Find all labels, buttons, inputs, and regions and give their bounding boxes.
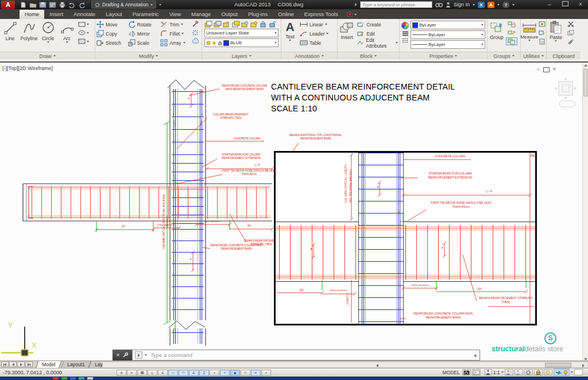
leader-button[interactable]: Leader bbox=[300, 29, 328, 38]
lineweight-display-toggle[interactable]: + bbox=[220, 370, 230, 376]
scroll-up-icon[interactable] bbox=[584, 64, 587, 67]
panel-block-footer[interactable]: Block bbox=[338, 52, 399, 60]
cut-button[interactable] bbox=[565, 20, 577, 28]
next-tab-button[interactable] bbox=[17, 362, 25, 367]
table-button[interactable]: Table bbox=[300, 38, 328, 47]
annotation-scale-value[interactable]: 1:1 bbox=[493, 370, 500, 375]
close-button[interactable]: × bbox=[574, 1, 587, 8]
annotation-scale-dropdown-icon[interactable] bbox=[501, 371, 504, 373]
qat-dropdown-icon[interactable] bbox=[159, 4, 161, 6]
command-dropdown-icon[interactable] bbox=[145, 354, 147, 356]
leader-dropdown-icon[interactable] bbox=[326, 33, 328, 34]
model-space-icon[interactable] bbox=[462, 369, 471, 375]
selection-cycling-toggle[interactable]: ≡ bbox=[251, 370, 261, 376]
hatch-dropdown-icon[interactable] bbox=[87, 41, 89, 42]
new-file-icon[interactable] bbox=[20, 2, 27, 8]
text-dropdown-icon[interactable] bbox=[289, 40, 291, 41]
search-input[interactable] bbox=[360, 1, 432, 8]
tab-output[interactable]: Output bbox=[216, 10, 243, 19]
recent-commands-icon[interactable] bbox=[135, 351, 142, 359]
undo-icon[interactable] bbox=[68, 2, 76, 8]
record-icon[interactable] bbox=[347, 11, 353, 17]
tab-layout[interactable]: Layout bbox=[100, 10, 127, 19]
lineweight-icon[interactable] bbox=[402, 31, 409, 36]
layer-dropdown[interactable]: BLUE bbox=[204, 38, 278, 47]
scroll-right-icon[interactable] bbox=[580, 363, 586, 367]
ucs-icon[interactable]: Y X bbox=[0, 321, 46, 361]
dynamic-ucs-toggle[interactable]: Z bbox=[199, 370, 209, 376]
autodesk-exchange-icon[interactable]: X bbox=[478, 2, 485, 8]
circle-dropdown-icon[interactable] bbox=[47, 41, 49, 43]
scroll-left-icon[interactable] bbox=[374, 363, 380, 367]
viewport-close-icon[interactable]: × bbox=[553, 66, 556, 72]
status-more-icon[interactable]: .. bbox=[584, 370, 586, 375]
lineweight-dropdown[interactable]: ByLayer bbox=[411, 30, 485, 39]
color-wheel-icon[interactable] bbox=[401, 22, 409, 29]
navigation-bar[interactable] bbox=[559, 100, 575, 107]
drawing-canvas[interactable]: [-][Top][2D Wireframe] bbox=[0, 61, 588, 360]
trim-button[interactable]: Trim bbox=[160, 20, 188, 29]
grid-display-toggle[interactable]: ▦ bbox=[137, 370, 147, 376]
copy-button[interactable]: Copy bbox=[96, 29, 126, 38]
snap-mode-toggle[interactable]: ≡ bbox=[127, 370, 137, 376]
linetype-icon[interactable] bbox=[402, 38, 409, 43]
layer-state-dropdown[interactable]: Unsaved Layer State bbox=[204, 29, 278, 37]
layer-bulb-icon[interactable] bbox=[206, 41, 211, 45]
rotate-button[interactable]: Rotate bbox=[128, 20, 158, 29]
autoscale-icon[interactable] bbox=[514, 369, 523, 375]
search-binoculars-icon[interactable] bbox=[435, 2, 443, 7]
tab-manage[interactable]: Manage bbox=[186, 10, 216, 19]
first-tab-button[interactable] bbox=[1, 362, 9, 367]
paste-button[interactable]: Paste bbox=[548, 20, 564, 52]
ortho-mode-toggle[interactable]: L bbox=[148, 370, 157, 376]
rectangle-dropdown-icon[interactable] bbox=[87, 24, 89, 25]
taskbar-icon[interactable] bbox=[87, 377, 93, 379]
taskbar-icon[interactable] bbox=[53, 377, 59, 379]
tab-express-tools[interactable]: Express Tools bbox=[299, 10, 343, 19]
customize-wrench-icon[interactable] bbox=[122, 352, 128, 358]
tray-bulb-icon[interactable] bbox=[563, 367, 568, 378]
prev-tab-button[interactable] bbox=[9, 362, 17, 367]
paste-dropdown-icon[interactable] bbox=[555, 40, 557, 42]
polar-tracking-toggle[interactable]: ∠ bbox=[158, 370, 168, 376]
layer-lock-icon[interactable] bbox=[260, 21, 268, 28]
view-cube[interactable] bbox=[554, 76, 578, 100]
group-button[interactable]: Group bbox=[489, 20, 505, 52]
explode-button[interactable] bbox=[191, 29, 200, 37]
array-button[interactable]: Array bbox=[160, 38, 188, 47]
redo-icon[interactable] bbox=[78, 2, 86, 8]
linear-button[interactable]: Linear bbox=[300, 20, 328, 29]
idpoint-button[interactable] bbox=[537, 20, 546, 28]
minimize-button[interactable]: – bbox=[543, 1, 556, 8]
command-input-area[interactable] bbox=[132, 350, 480, 360]
command-close-icon[interactable]: × bbox=[117, 352, 120, 358]
trim-dropdown-icon[interactable] bbox=[181, 24, 183, 25]
a360-dropdown-icon[interactable] bbox=[497, 4, 500, 6]
layer-lock-small-icon[interactable] bbox=[218, 41, 222, 45]
help-dropdown-icon[interactable] bbox=[512, 4, 514, 6]
text-button[interactable]: A Text bbox=[283, 20, 297, 52]
save-as-icon[interactable] bbox=[49, 2, 56, 8]
array-dropdown-icon[interactable] bbox=[183, 42, 185, 44]
measure-dropdown-icon[interactable] bbox=[528, 40, 531, 41]
autodesk-360-icon[interactable]: A bbox=[488, 2, 494, 8]
edit-attributes-button[interactable]: Edit Attributes bbox=[357, 38, 398, 47]
search-history-icon[interactable] bbox=[355, 3, 357, 6]
scale-button[interactable]: Scale bbox=[128, 38, 158, 47]
move-button[interactable]: Move bbox=[96, 20, 126, 29]
restore-button[interactable] bbox=[559, 1, 571, 8]
vertical-scrollbar[interactable] bbox=[582, 63, 588, 362]
tab-annotate[interactable]: Annotate bbox=[68, 10, 100, 19]
tab-view[interactable]: View bbox=[164, 10, 186, 19]
layer-unlock-icon[interactable] bbox=[269, 21, 277, 28]
fade-button[interactable] bbox=[191, 37, 200, 45]
last-tab-button[interactable] bbox=[25, 362, 33, 367]
ellipse-dropdown-icon[interactable] bbox=[87, 32, 89, 34]
create-block-button[interactable]: Create bbox=[357, 20, 398, 29]
layer-sun-icon[interactable] bbox=[212, 41, 216, 45]
arc-button[interactable]: Arc bbox=[58, 20, 76, 52]
color-dropdown[interactable]: ByLayer bbox=[411, 21, 485, 29]
erase-button[interactable] bbox=[191, 20, 200, 28]
command-input[interactable] bbox=[149, 351, 471, 359]
arc-dropdown-icon[interactable] bbox=[66, 41, 68, 43]
